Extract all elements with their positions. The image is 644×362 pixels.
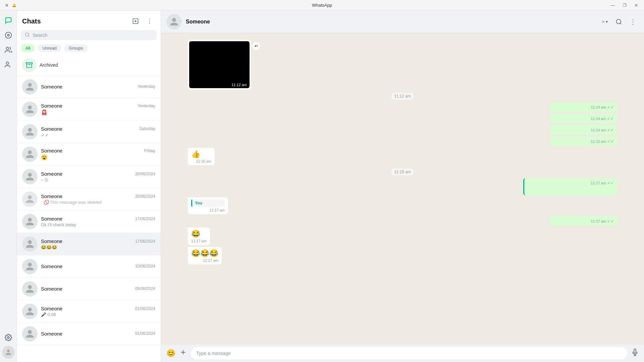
- nav-status[interactable]: [2, 29, 15, 42]
- close-btn[interactable]: ✕: [633, 2, 640, 8]
- list-item[interactable]: SomeoneYesterday: [17, 76, 161, 98]
- contact-avatar[interactable]: [166, 14, 182, 29]
- chat-preview: 😮: [41, 154, 155, 161]
- chat-name: Someone: [41, 103, 62, 109]
- titlebar: 🖥 🔔 WhatsApp — ❐ ✕: [0, 0, 644, 11]
- chat-info: Someone01/06/2024 🎤 0:06: [41, 306, 155, 317]
- svg-marker-12: [603, 21, 604, 22]
- message-time: 11:14 am✓✓: [553, 116, 614, 121]
- table-row: 11:14 am✓✓: [188, 114, 617, 123]
- avatar: [22, 214, 38, 229]
- chat-preview: ✓✓: [41, 132, 155, 138]
- chat-name: Someone: [41, 84, 62, 89]
- chat-more-btn[interactable]: ⋮: [627, 16, 639, 27]
- chat-list: Archived SomeoneYesterday SomeoneYesterd…: [17, 55, 161, 362]
- search-input[interactable]: [33, 33, 153, 38]
- list-item[interactable]: Someone01/06/2024: [17, 323, 161, 345]
- video-call-btn[interactable]: ▾: [599, 16, 610, 27]
- chat-contact-name: Someone: [186, 19, 595, 25]
- svg-point-2: [6, 47, 8, 50]
- chat-header-icons: ▾ ⋮: [599, 16, 639, 27]
- chats-more-btn[interactable]: ⋮: [144, 15, 155, 27]
- titlebar-controls: — ❐ ✕: [609, 2, 640, 8]
- nav-communities[interactable]: [2, 44, 15, 56]
- search-icon: [25, 32, 30, 38]
- chat-name: Someone: [41, 306, 62, 311]
- list-item[interactable]: Someone17/06/2024 😂😂😂: [17, 233, 161, 255]
- tab-unread[interactable]: Unread: [38, 44, 61, 52]
- avatar: [22, 146, 38, 162]
- chat-preview: 🚨: [41, 109, 155, 116]
- chats-panel: Chats ⋮ All Unread Groups: [17, 11, 161, 362]
- chat-time: Friday: [144, 148, 155, 153]
- list-item[interactable]: SomeoneYesterday 🚨: [17, 98, 161, 121]
- message-timestamp: 11:12 am: [391, 93, 414, 100]
- new-chat-btn[interactable]: [130, 15, 141, 27]
- avatar: [22, 79, 38, 95]
- chat-info: Someone01/06/2024: [41, 331, 155, 337]
- svg-point-14: [616, 19, 621, 24]
- archived-label: Archived: [40, 62, 58, 68]
- list-item[interactable]: Someone17/06/2024 Ok I'll check today: [17, 210, 161, 233]
- chat-info: Someone10/06/2024: [41, 263, 155, 270]
- chat-name: Someone: [41, 148, 62, 154]
- list-item[interactable]: Someone20/06/2024 : 🚫 This message was d…: [17, 188, 161, 210]
- chat-info: Someone17/06/2024 Ok I'll check today: [41, 216, 155, 227]
- table-row: You 11:17 am: [188, 197, 617, 214]
- attach-btn[interactable]: [179, 349, 187, 358]
- mic-btn[interactable]: [631, 349, 639, 358]
- chat-time: Yesterday: [138, 84, 155, 89]
- message-timestamp: 11:16 am: [391, 169, 414, 175]
- minimize-btn[interactable]: —: [609, 2, 617, 8]
- chat-name: Someone: [41, 263, 62, 269]
- table-row: 11:17 am✓✓: [188, 216, 617, 226]
- chat-preview: Ok I'll check today: [41, 222, 155, 227]
- svg-point-3: [6, 62, 8, 64]
- chat-search-btn[interactable]: [613, 16, 625, 27]
- message-time: 11:17 am: [191, 258, 218, 262]
- table-row: 11:15 am✓✓: [188, 136, 617, 146]
- chat-name: Someone: [41, 331, 62, 337]
- svg-rect-13: [602, 21, 603, 23]
- list-item[interactable]: Someone05/06/2024: [17, 278, 161, 300]
- tab-groups[interactable]: Groups: [64, 44, 88, 52]
- emoji-btn[interactable]: 😊: [166, 349, 175, 358]
- chat-name: Someone: [41, 238, 62, 244]
- archived-item[interactable]: Archived: [17, 55, 161, 76]
- app-container: Chats ⋮ All Unread Groups: [0, 11, 644, 362]
- chat-name: Someone: [41, 171, 62, 177]
- avatar: [22, 236, 38, 252]
- notification-icon: 🔔: [11, 3, 17, 8]
- chat-time: Saturday: [139, 126, 155, 131]
- list-item[interactable]: Someone20/06/2024 ~ S:: [17, 166, 161, 188]
- list-item[interactable]: Someone01/06/2024 🎤 0:06: [17, 300, 161, 323]
- list-item[interactable]: SomeoneSaturday ✓✓: [17, 121, 161, 143]
- message-time: 11:14 am✓✓: [553, 105, 614, 110]
- svg-line-9: [28, 36, 29, 37]
- nav-chats[interactable]: [2, 14, 15, 27]
- avatar: [22, 191, 38, 207]
- message-time: 11:17 am✓✓: [528, 181, 614, 185]
- titlebar-left: 🖥 🔔: [4, 3, 17, 8]
- table-row: 😂😂😂 11:17 am: [188, 247, 617, 264]
- search-bar: [21, 30, 157, 40]
- nav-settings[interactable]: [2, 331, 15, 344]
- message-input[interactable]: [191, 347, 627, 359]
- chat-time: 17/06/2024: [135, 217, 155, 221]
- avatar: [22, 326, 38, 342]
- forward-icon[interactable]: ↩: [252, 42, 260, 50]
- svg-line-15: [620, 23, 622, 24]
- table-row: 😂 11:17 am: [188, 228, 617, 245]
- chat-time: 20/06/2024: [135, 172, 155, 176]
- chat-main: Someone ▾ ⋮ 11:12 am: [161, 11, 644, 362]
- tab-all[interactable]: All: [21, 44, 35, 52]
- chat-info: SomeoneFriday 😮: [41, 148, 155, 161]
- nav-contacts[interactable]: [2, 58, 15, 71]
- list-item[interactable]: SomeoneFriday 😮: [17, 143, 161, 166]
- message-time: 11:15 am✓✓: [553, 139, 614, 144]
- nav-profile[interactable]: [2, 346, 15, 359]
- list-item[interactable]: Someone10/06/2024: [17, 255, 161, 278]
- chats-title: Chats: [22, 17, 41, 25]
- chat-time: 20/06/2024: [135, 194, 155, 199]
- restore-btn[interactable]: ❐: [621, 2, 629, 8]
